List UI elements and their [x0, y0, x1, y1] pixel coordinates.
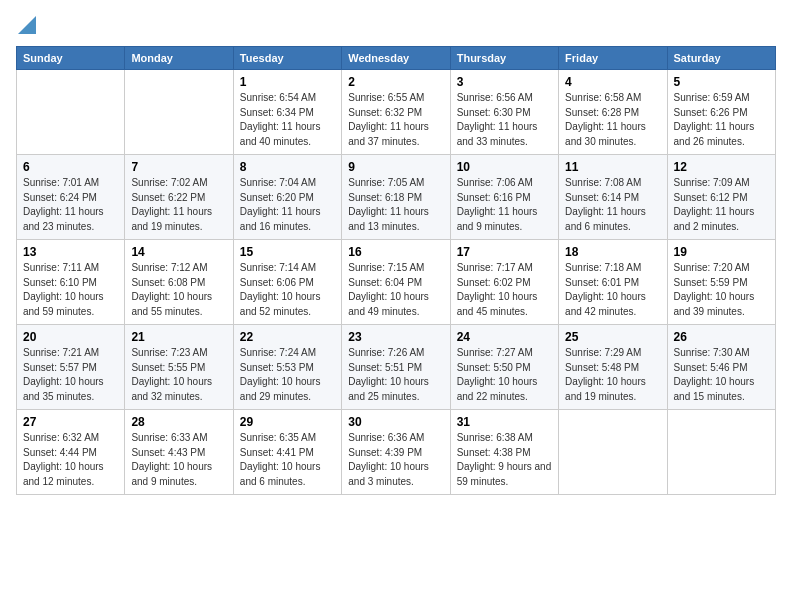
day-number: 13: [23, 245, 118, 259]
day-info: Sunrise: 6:33 AM Sunset: 4:43 PM Dayligh…: [131, 431, 226, 489]
calendar-cell: 3Sunrise: 6:56 AM Sunset: 6:30 PM Daylig…: [450, 70, 558, 155]
day-number: 1: [240, 75, 335, 89]
day-number: 10: [457, 160, 552, 174]
day-number: 28: [131, 415, 226, 429]
calendar-cell: 31Sunrise: 6:38 AM Sunset: 4:38 PM Dayli…: [450, 410, 558, 495]
day-number: 23: [348, 330, 443, 344]
day-info: Sunrise: 7:06 AM Sunset: 6:16 PM Dayligh…: [457, 176, 552, 234]
calendar-cell: 22Sunrise: 7:24 AM Sunset: 5:53 PM Dayli…: [233, 325, 341, 410]
col-header-monday: Monday: [125, 47, 233, 70]
day-info: Sunrise: 7:15 AM Sunset: 6:04 PM Dayligh…: [348, 261, 443, 319]
day-info: Sunrise: 7:24 AM Sunset: 5:53 PM Dayligh…: [240, 346, 335, 404]
calendar-table: SundayMondayTuesdayWednesdayThursdayFrid…: [16, 46, 776, 495]
calendar-cell: 16Sunrise: 7:15 AM Sunset: 6:04 PM Dayli…: [342, 240, 450, 325]
col-header-tuesday: Tuesday: [233, 47, 341, 70]
day-number: 24: [457, 330, 552, 344]
day-number: 15: [240, 245, 335, 259]
day-info: Sunrise: 7:29 AM Sunset: 5:48 PM Dayligh…: [565, 346, 660, 404]
day-info: Sunrise: 7:26 AM Sunset: 5:51 PM Dayligh…: [348, 346, 443, 404]
col-header-saturday: Saturday: [667, 47, 775, 70]
day-info: Sunrise: 7:02 AM Sunset: 6:22 PM Dayligh…: [131, 176, 226, 234]
logo-triangle-icon: [18, 16, 36, 34]
day-info: Sunrise: 7:17 AM Sunset: 6:02 PM Dayligh…: [457, 261, 552, 319]
day-info: Sunrise: 7:23 AM Sunset: 5:55 PM Dayligh…: [131, 346, 226, 404]
day-number: 25: [565, 330, 660, 344]
day-info: Sunrise: 7:30 AM Sunset: 5:46 PM Dayligh…: [674, 346, 769, 404]
calendar-cell: 6Sunrise: 7:01 AM Sunset: 6:24 PM Daylig…: [17, 155, 125, 240]
day-number: 3: [457, 75, 552, 89]
day-number: 7: [131, 160, 226, 174]
day-number: 6: [23, 160, 118, 174]
calendar-cell: [17, 70, 125, 155]
col-header-sunday: Sunday: [17, 47, 125, 70]
day-info: Sunrise: 7:18 AM Sunset: 6:01 PM Dayligh…: [565, 261, 660, 319]
day-info: Sunrise: 7:01 AM Sunset: 6:24 PM Dayligh…: [23, 176, 118, 234]
day-info: Sunrise: 6:35 AM Sunset: 4:41 PM Dayligh…: [240, 431, 335, 489]
logo: [16, 16, 36, 36]
day-number: 2: [348, 75, 443, 89]
calendar-cell: 27Sunrise: 6:32 AM Sunset: 4:44 PM Dayli…: [17, 410, 125, 495]
calendar-cell: 11Sunrise: 7:08 AM Sunset: 6:14 PM Dayli…: [559, 155, 667, 240]
day-info: Sunrise: 6:54 AM Sunset: 6:34 PM Dayligh…: [240, 91, 335, 149]
calendar-cell: 7Sunrise: 7:02 AM Sunset: 6:22 PM Daylig…: [125, 155, 233, 240]
day-number: 11: [565, 160, 660, 174]
calendar-header: SundayMondayTuesdayWednesdayThursdayFrid…: [17, 47, 776, 70]
day-info: Sunrise: 6:59 AM Sunset: 6:26 PM Dayligh…: [674, 91, 769, 149]
calendar-cell: 24Sunrise: 7:27 AM Sunset: 5:50 PM Dayli…: [450, 325, 558, 410]
page-header: [16, 16, 776, 36]
calendar-cell: 17Sunrise: 7:17 AM Sunset: 6:02 PM Dayli…: [450, 240, 558, 325]
calendar-cell: 20Sunrise: 7:21 AM Sunset: 5:57 PM Dayli…: [17, 325, 125, 410]
calendar-cell: 28Sunrise: 6:33 AM Sunset: 4:43 PM Dayli…: [125, 410, 233, 495]
day-info: Sunrise: 7:11 AM Sunset: 6:10 PM Dayligh…: [23, 261, 118, 319]
calendar-cell: 9Sunrise: 7:05 AM Sunset: 6:18 PM Daylig…: [342, 155, 450, 240]
calendar-cell: 10Sunrise: 7:06 AM Sunset: 6:16 PM Dayli…: [450, 155, 558, 240]
day-number: 8: [240, 160, 335, 174]
day-info: Sunrise: 6:38 AM Sunset: 4:38 PM Dayligh…: [457, 431, 552, 489]
day-info: Sunrise: 7:09 AM Sunset: 6:12 PM Dayligh…: [674, 176, 769, 234]
day-number: 14: [131, 245, 226, 259]
col-header-thursday: Thursday: [450, 47, 558, 70]
calendar-cell: 2Sunrise: 6:55 AM Sunset: 6:32 PM Daylig…: [342, 70, 450, 155]
calendar-cell: 25Sunrise: 7:29 AM Sunset: 5:48 PM Dayli…: [559, 325, 667, 410]
calendar-cell: 23Sunrise: 7:26 AM Sunset: 5:51 PM Dayli…: [342, 325, 450, 410]
week-row-5: 27Sunrise: 6:32 AM Sunset: 4:44 PM Dayli…: [17, 410, 776, 495]
day-number: 4: [565, 75, 660, 89]
day-number: 21: [131, 330, 226, 344]
week-row-4: 20Sunrise: 7:21 AM Sunset: 5:57 PM Dayli…: [17, 325, 776, 410]
day-number: 18: [565, 245, 660, 259]
calendar-cell: 13Sunrise: 7:11 AM Sunset: 6:10 PM Dayli…: [17, 240, 125, 325]
day-number: 30: [348, 415, 443, 429]
calendar-cell: 19Sunrise: 7:20 AM Sunset: 5:59 PM Dayli…: [667, 240, 775, 325]
day-number: 31: [457, 415, 552, 429]
day-info: Sunrise: 7:14 AM Sunset: 6:06 PM Dayligh…: [240, 261, 335, 319]
calendar-cell: 29Sunrise: 6:35 AM Sunset: 4:41 PM Dayli…: [233, 410, 341, 495]
week-row-1: 1Sunrise: 6:54 AM Sunset: 6:34 PM Daylig…: [17, 70, 776, 155]
calendar-cell: [559, 410, 667, 495]
day-number: 19: [674, 245, 769, 259]
day-info: Sunrise: 7:08 AM Sunset: 6:14 PM Dayligh…: [565, 176, 660, 234]
day-number: 26: [674, 330, 769, 344]
day-number: 20: [23, 330, 118, 344]
day-info: Sunrise: 7:27 AM Sunset: 5:50 PM Dayligh…: [457, 346, 552, 404]
col-header-wednesday: Wednesday: [342, 47, 450, 70]
day-info: Sunrise: 6:55 AM Sunset: 6:32 PM Dayligh…: [348, 91, 443, 149]
day-info: Sunrise: 7:04 AM Sunset: 6:20 PM Dayligh…: [240, 176, 335, 234]
calendar-cell: [667, 410, 775, 495]
day-info: Sunrise: 7:21 AM Sunset: 5:57 PM Dayligh…: [23, 346, 118, 404]
calendar-cell: 26Sunrise: 7:30 AM Sunset: 5:46 PM Dayli…: [667, 325, 775, 410]
day-info: Sunrise: 6:56 AM Sunset: 6:30 PM Dayligh…: [457, 91, 552, 149]
day-info: Sunrise: 7:05 AM Sunset: 6:18 PM Dayligh…: [348, 176, 443, 234]
col-header-friday: Friday: [559, 47, 667, 70]
day-number: 9: [348, 160, 443, 174]
calendar-cell: 12Sunrise: 7:09 AM Sunset: 6:12 PM Dayli…: [667, 155, 775, 240]
calendar-cell: [125, 70, 233, 155]
day-number: 16: [348, 245, 443, 259]
svg-marker-0: [18, 16, 36, 34]
day-number: 17: [457, 245, 552, 259]
calendar-cell: 21Sunrise: 7:23 AM Sunset: 5:55 PM Dayli…: [125, 325, 233, 410]
day-info: Sunrise: 6:32 AM Sunset: 4:44 PM Dayligh…: [23, 431, 118, 489]
day-number: 29: [240, 415, 335, 429]
day-number: 27: [23, 415, 118, 429]
calendar-cell: 30Sunrise: 6:36 AM Sunset: 4:39 PM Dayli…: [342, 410, 450, 495]
day-number: 22: [240, 330, 335, 344]
